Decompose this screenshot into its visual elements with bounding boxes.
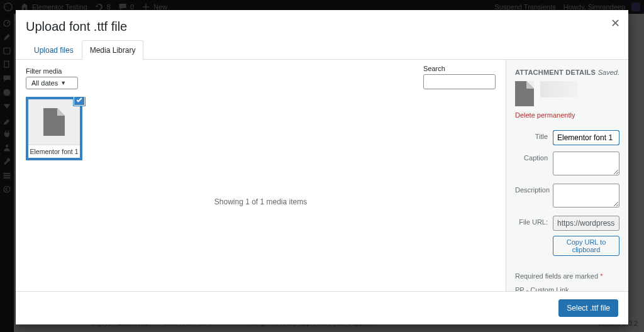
- details-heading: ATTACHMENT DETAILS: [515, 69, 596, 76]
- document-icon: [43, 108, 65, 136]
- description-input[interactable]: [553, 184, 619, 208]
- search-label: Search: [423, 65, 496, 72]
- attachment-item[interactable]: Elementor font 1: [26, 97, 82, 160]
- pp-custom-link-label: PP - Custom Link: [506, 286, 628, 291]
- grid-status: Showing 1 of 1 media items: [16, 197, 506, 206]
- search-input[interactable]: [423, 74, 496, 89]
- attachment-name: Elementor font 1: [28, 145, 80, 158]
- document-icon: [515, 81, 534, 106]
- modal-title: Upload font .ttf file: [26, 19, 618, 34]
- tab-media-library[interactable]: Media Library: [82, 40, 144, 60]
- required-note: Required fields are marked *: [506, 272, 628, 286]
- delete-permanently[interactable]: Delete permanently: [506, 111, 628, 125]
- file-meta: [540, 81, 578, 97]
- copy-url-button[interactable]: Copy URL to clipboard: [553, 236, 619, 256]
- library-panel: Filter media All dates ▼ Search Elemento…: [16, 60, 506, 291]
- label-caption: Caption: [515, 152, 553, 162]
- close-button[interactable]: ✕: [608, 16, 622, 30]
- title-input[interactable]: [553, 130, 619, 145]
- attachment-details: ATTACHMENT DETAILS Saved. Delete permane…: [506, 60, 628, 291]
- attachments-grid: Elementor font 1 Showing 1 of 1 media it…: [16, 97, 506, 291]
- label-description: Description: [515, 184, 553, 194]
- file-url-input[interactable]: [553, 216, 619, 231]
- label-title: Title: [515, 130, 553, 140]
- selected-check[interactable]: [74, 97, 85, 106]
- chevron-down-icon: ▼: [60, 80, 66, 86]
- select-file-button[interactable]: Select .ttf file: [558, 299, 618, 317]
- media-modal: Upload font .ttf file ✕ Upload files Med…: [16, 10, 628, 324]
- caption-input[interactable]: [553, 152, 619, 175]
- filter-label: Filter media: [26, 67, 78, 75]
- tab-upload-files[interactable]: Upload files: [26, 40, 82, 60]
- close-icon: ✕: [611, 18, 620, 29]
- tabs: Upload files Media Library: [16, 40, 628, 60]
- check-icon: [75, 97, 83, 104]
- label-file-url: File URL:: [515, 216, 553, 226]
- date-filter[interactable]: All dates ▼: [26, 77, 78, 89]
- saved-indicator: Saved.: [598, 69, 619, 76]
